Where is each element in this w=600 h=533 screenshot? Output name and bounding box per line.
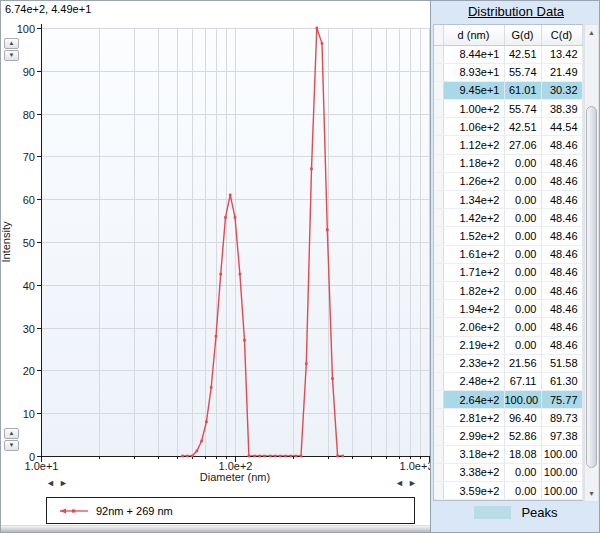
scrollbar-thumb[interactable]	[586, 106, 597, 468]
row-header	[434, 245, 443, 263]
table-row[interactable]: 1.12e+227.0648.46	[434, 136, 582, 154]
table-row[interactable]: 2.19e+20.0048.46	[434, 336, 582, 354]
table-cell: 38.39	[541, 100, 582, 118]
data-point	[200, 440, 203, 443]
table-row[interactable]: 3.38e+20.00100.00	[434, 463, 582, 481]
column-header-cd[interactable]: C(d)	[541, 25, 582, 45]
spin-down-button[interactable]: ▼	[4, 440, 19, 451]
table-row[interactable]: 9.45e+161.0130.32	[434, 81, 582, 99]
table-cell: 1.00e+2	[443, 100, 504, 118]
intensity-distribution-chart[interactable]: Diameter (nm) Intensity 0102030405060708…	[1, 1, 431, 495]
table-row[interactable]: 1.18e+20.0048.46	[434, 154, 582, 172]
legend-item[interactable]: 92nm + 269 nm	[59, 505, 173, 517]
table-row[interactable]: 1.71e+20.0048.46	[434, 263, 582, 281]
series-marker-icon	[59, 506, 89, 516]
table-cell: 100.00	[541, 445, 582, 463]
x-axis-scroll-right-control: ◄►	[395, 478, 421, 488]
data-point	[274, 455, 277, 458]
table-cell: 2.33e+2	[443, 354, 504, 372]
table-scrollbar[interactable]: ▲ ▼	[584, 24, 599, 502]
table-cell: 89.73	[541, 409, 582, 427]
row-header	[434, 172, 443, 190]
spin-up-button[interactable]: ▲	[4, 38, 19, 49]
data-point	[181, 455, 184, 458]
table-row[interactable]: 1.94e+20.0048.46	[434, 300, 582, 318]
table-cell: 61.01	[504, 81, 541, 99]
y-tick-label: 70	[23, 151, 35, 163]
table-cell: 75.77	[541, 391, 582, 409]
row-header	[434, 281, 443, 299]
distribution-data-title: Distribution Data	[431, 4, 600, 19]
table-cell: 0.00	[504, 227, 541, 245]
peaks-legend: Peaks	[431, 505, 600, 520]
data-point	[316, 27, 319, 30]
table-cell: 13.42	[541, 45, 582, 63]
table-row[interactable]: 3.18e+218.08100.00	[434, 445, 582, 463]
row-header	[434, 191, 443, 209]
table-row[interactable]: 1.42e+20.0048.46	[434, 209, 582, 227]
table-cell: 2.19e+2	[443, 336, 504, 354]
table-cell: 1.61e+2	[443, 245, 504, 263]
table-row[interactable]: 2.06e+20.0048.46	[434, 318, 582, 336]
table-cell: 3.59e+2	[443, 482, 504, 500]
scroll-left-icon[interactable]: ◄	[395, 478, 408, 488]
scroll-right-icon[interactable]: ►	[59, 478, 72, 488]
distribution-data-pane: Distribution Data d (nm) G(d) C(d) 8.44e…	[430, 1, 600, 532]
peak-highlight-swatch	[474, 506, 511, 519]
table-cell: 67.11	[504, 372, 541, 390]
data-point	[186, 455, 189, 458]
table-cell: 1.82e+2	[443, 281, 504, 299]
data-point	[258, 455, 261, 458]
table-cell: 27.06	[504, 136, 541, 154]
table-cell: 48.46	[541, 263, 582, 281]
table-row[interactable]: 2.81e+296.4089.73	[434, 409, 582, 427]
table-cell: 1.18e+2	[443, 154, 504, 172]
data-point	[234, 216, 237, 219]
table-cell: 2.99e+2	[443, 427, 504, 445]
scrollbar-down-icon[interactable]: ▼	[585, 486, 598, 501]
table-row[interactable]: 8.93e+155.7421.49	[434, 63, 582, 81]
spin-up-button[interactable]: ▲	[4, 428, 19, 439]
row-header	[434, 118, 443, 136]
x-axis-title: Diameter (nm)	[200, 471, 270, 483]
table-cell: 44.54	[541, 118, 582, 136]
table-row[interactable]: 1.26e+20.0048.46	[434, 172, 582, 190]
row-header	[434, 300, 443, 318]
scrollbar-up-icon[interactable]: ▲	[585, 25, 598, 40]
table-row[interactable]: 1.06e+242.5144.54	[434, 118, 582, 136]
table-row[interactable]: 1.82e+20.0048.46	[434, 281, 582, 299]
spin-down-button[interactable]: ▼	[4, 50, 19, 61]
table-cell: 0.00	[504, 300, 541, 318]
data-point	[279, 455, 282, 458]
table-cell: 21.49	[541, 63, 582, 81]
table-cell: 55.74	[504, 63, 541, 81]
table-cell: 3.18e+2	[443, 445, 504, 463]
table-row[interactable]: 2.64e+2100.0075.77	[434, 391, 582, 409]
table-row[interactable]: 2.48e+267.1161.30	[434, 372, 582, 390]
table-cell: 8.44e+1	[443, 45, 504, 63]
data-point	[229, 194, 232, 197]
table-row[interactable]: 1.34e+20.0048.46	[434, 191, 582, 209]
data-point	[269, 455, 272, 458]
data-point	[239, 273, 242, 276]
table-row[interactable]: 2.33e+221.5651.58	[434, 354, 582, 372]
table-cell: 42.51	[504, 118, 541, 136]
y-tick-label: 30	[23, 323, 35, 335]
table-row[interactable]: 1.52e+20.0048.46	[434, 227, 582, 245]
table-row[interactable]: 8.44e+142.5113.42	[434, 45, 582, 63]
scroll-right-icon[interactable]: ►	[408, 478, 421, 488]
row-header	[434, 354, 443, 372]
row-header	[434, 63, 443, 81]
legend-label: 92nm + 269 nm	[96, 505, 173, 517]
table-cell: 48.46	[541, 209, 582, 227]
table-row[interactable]: 1.00e+255.7438.39	[434, 100, 582, 118]
row-header	[434, 209, 443, 227]
data-point	[191, 455, 194, 458]
scroll-left-icon[interactable]: ◄	[46, 478, 59, 488]
table-row[interactable]: 2.99e+252.8697.38	[434, 427, 582, 445]
column-header-gd[interactable]: G(d)	[504, 25, 541, 45]
table-row[interactable]: 3.59e+20.00100.00	[434, 482, 582, 500]
table-cell: 0.00	[504, 154, 541, 172]
column-header-d[interactable]: d (nm)	[443, 25, 504, 45]
table-row[interactable]: 1.61e+20.0048.46	[434, 245, 582, 263]
